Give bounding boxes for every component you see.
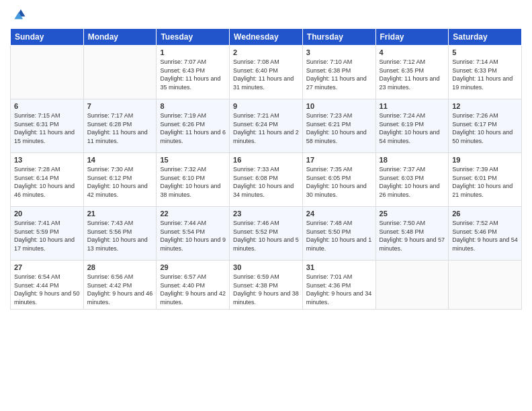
calendar-cell: 2Sunrise: 7:08 AMSunset: 6:40 PMDaylight… [230,46,303,99]
day-number: 23 [233,210,299,218]
day-number: 3 [306,48,372,56]
day-info: Sunrise: 7:08 AMSunset: 6:40 PMDaylight:… [233,58,299,91]
day-number: 11 [380,102,445,110]
day-info: Sunrise: 7:15 AMSunset: 6:31 PMDaylight:… [14,111,80,145]
day-info: Sunrise: 7:41 AMSunset: 5:59 PMDaylight:… [14,219,80,253]
day-number: 20 [14,210,80,218]
calendar-cell: 18Sunrise: 7:37 AMSunset: 6:03 PMDayligh… [375,153,449,207]
day-number: 4 [380,48,445,56]
day-number: 28 [87,263,153,271]
day-number: 30 [233,263,299,271]
calendar-cell: 15Sunrise: 7:32 AMSunset: 6:10 PMDayligh… [157,153,230,207]
day-number: 6 [14,102,80,110]
calendar-cell: 29Sunrise: 6:57 AMSunset: 4:40 PMDayligh… [157,261,230,310]
day-info: Sunrise: 6:54 AMSunset: 4:44 PMDaylight:… [14,273,80,306]
day-info: Sunrise: 7:44 AMSunset: 5:54 PMDaylight:… [160,219,226,253]
calendar-cell: 21Sunrise: 7:43 AMSunset: 5:56 PMDayligh… [83,207,157,261]
day-number: 14 [87,156,153,164]
day-info: Sunrise: 7:33 AMSunset: 6:08 PMDaylight:… [233,165,299,199]
calendar-cell: 23Sunrise: 7:46 AMSunset: 5:52 PMDayligh… [230,207,303,261]
calendar-cell [375,261,449,310]
day-header: Tuesday [157,29,230,46]
day-info: Sunrise: 7:17 AMSunset: 6:28 PMDaylight:… [87,111,153,145]
calendar-cell: 19Sunrise: 7:39 AMSunset: 6:01 PMDayligh… [449,153,522,207]
day-number: 19 [452,156,518,164]
calendar-cell: 22Sunrise: 7:44 AMSunset: 5:54 PMDayligh… [157,207,230,261]
day-info: Sunrise: 7:37 AMSunset: 6:03 PMDaylight:… [380,165,445,199]
day-header: Wednesday [230,29,303,46]
day-number: 26 [452,210,518,218]
calendar-cell: 3Sunrise: 7:10 AMSunset: 6:38 PMDaylight… [302,46,375,99]
calendar-cell: 12Sunrise: 7:26 AMSunset: 6:17 PMDayligh… [449,99,522,153]
day-info: Sunrise: 7:50 AMSunset: 5:48 PMDaylight:… [380,219,445,253]
calendar-cell: 17Sunrise: 7:35 AMSunset: 6:05 PMDayligh… [302,153,375,207]
calendar-cell: 25Sunrise: 7:50 AMSunset: 5:48 PMDayligh… [375,207,449,261]
day-info: Sunrise: 7:19 AMSunset: 6:26 PMDaylight:… [160,111,226,145]
day-number: 7 [87,102,153,110]
calendar-cell: 20Sunrise: 7:41 AMSunset: 5:59 PMDayligh… [11,207,84,261]
day-number: 24 [306,210,372,218]
calendar-cell: 9Sunrise: 7:21 AMSunset: 6:24 PMDaylight… [230,99,303,153]
day-info: Sunrise: 7:48 AMSunset: 5:50 PMDaylight:… [306,219,372,253]
day-info: Sunrise: 7:43 AMSunset: 5:56 PMDaylight:… [87,219,153,253]
day-info: Sunrise: 7:14 AMSunset: 6:33 PMDaylight:… [452,58,518,91]
day-header: Saturday [449,29,522,46]
day-info: Sunrise: 7:52 AMSunset: 5:46 PMDaylight:… [452,219,518,253]
day-number: 10 [306,102,372,110]
day-info: Sunrise: 7:07 AMSunset: 6:43 PMDaylight:… [160,58,226,91]
day-number: 18 [380,156,445,164]
calendar-cell: 16Sunrise: 7:33 AMSunset: 6:08 PMDayligh… [230,153,303,207]
day-info: Sunrise: 7:10 AMSunset: 6:38 PMDaylight:… [306,58,372,91]
day-info: Sunrise: 7:39 AMSunset: 6:01 PMDaylight:… [452,165,518,199]
logo [10,7,29,23]
day-info: Sunrise: 6:57 AMSunset: 4:40 PMDaylight:… [160,273,226,306]
calendar-cell [449,261,522,310]
day-number: 21 [87,210,153,218]
day-number: 2 [233,48,299,56]
calendar-cell: 8Sunrise: 7:19 AMSunset: 6:26 PMDaylight… [157,99,230,153]
calendar-cell: 14Sunrise: 7:30 AMSunset: 6:12 PMDayligh… [83,153,157,207]
day-number: 25 [380,210,445,218]
calendar-cell [11,46,84,99]
day-info: Sunrise: 7:46 AMSunset: 5:52 PMDaylight:… [233,219,299,253]
calendar-cell: 7Sunrise: 7:17 AMSunset: 6:28 PMDaylight… [83,99,157,153]
day-number: 31 [306,263,372,271]
day-number: 12 [452,102,518,110]
calendar-cell: 4Sunrise: 7:12 AMSunset: 6:35 PMDaylight… [375,46,449,99]
day-number: 17 [306,156,372,164]
day-number: 13 [14,156,80,164]
day-number: 16 [233,156,299,164]
day-info: Sunrise: 7:21 AMSunset: 6:24 PMDaylight:… [233,111,299,145]
calendar-cell: 30Sunrise: 6:59 AMSunset: 4:38 PMDayligh… [230,261,303,310]
day-info: Sunrise: 6:59 AMSunset: 4:38 PMDaylight:… [233,273,299,306]
day-number: 1 [160,48,226,56]
day-header: Friday [375,29,449,46]
calendar-cell: 1Sunrise: 7:07 AMSunset: 6:43 PMDaylight… [157,46,230,99]
day-info: Sunrise: 7:12 AMSunset: 6:35 PMDaylight:… [380,58,445,91]
calendar-cell: 13Sunrise: 7:28 AMSunset: 6:14 PMDayligh… [11,153,84,207]
day-number: 5 [452,48,518,56]
calendar-cell: 24Sunrise: 7:48 AMSunset: 5:50 PMDayligh… [302,207,375,261]
day-number: 22 [160,210,226,218]
day-info: Sunrise: 6:56 AMSunset: 4:42 PMDaylight:… [87,273,153,306]
calendar-cell: 5Sunrise: 7:14 AMSunset: 6:33 PMDaylight… [449,46,522,99]
calendar-cell: 26Sunrise: 7:52 AMSunset: 5:46 PMDayligh… [449,207,522,261]
calendar-cell: 11Sunrise: 7:24 AMSunset: 6:19 PMDayligh… [375,99,449,153]
page-header [10,7,522,23]
calendar-table: SundayMondayTuesdayWednesdayThursdayFrid… [10,28,522,310]
day-header: Sunday [11,29,84,46]
day-info: Sunrise: 7:24 AMSunset: 6:19 PMDaylight:… [380,111,445,145]
day-number: 29 [160,263,226,271]
day-info: Sunrise: 7:23 AMSunset: 6:21 PMDaylight:… [306,111,372,145]
day-header: Thursday [302,29,375,46]
day-info: Sunrise: 7:35 AMSunset: 6:05 PMDaylight:… [306,165,372,199]
day-info: Sunrise: 7:32 AMSunset: 6:10 PMDaylight:… [160,165,226,199]
calendar-cell: 31Sunrise: 7:01 AMSunset: 4:36 PMDayligh… [302,261,375,310]
day-header: Monday [83,29,157,46]
day-number: 8 [160,102,226,110]
day-info: Sunrise: 7:28 AMSunset: 6:14 PMDaylight:… [14,165,80,199]
calendar-cell: 27Sunrise: 6:54 AMSunset: 4:44 PMDayligh… [11,261,84,310]
day-info: Sunrise: 7:01 AMSunset: 4:36 PMDaylight:… [306,273,372,306]
day-number: 15 [160,156,226,164]
calendar-cell: 10Sunrise: 7:23 AMSunset: 6:21 PMDayligh… [302,99,375,153]
